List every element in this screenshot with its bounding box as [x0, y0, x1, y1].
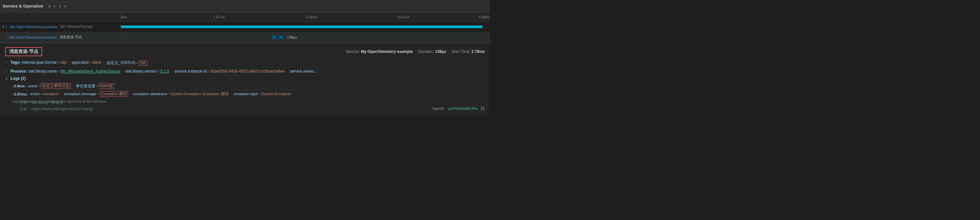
tick-3: 5.01ms [398, 15, 410, 19]
bar-label-2: 139μs [287, 35, 297, 39]
header-title: Service & Operation [3, 3, 43, 8]
meta-duration: Duration: 139μs [418, 49, 446, 54]
watermark-line2: 出处：https://www.cnblogs.com/Sol-wang/ [20, 106, 93, 112]
proc-3: service.instance.id = 3dae0266-9430-4202… [175, 69, 285, 73]
tag-2: span.kind = client [72, 60, 101, 65]
tags-row: › Tags: internal.span.format = otlp span… [5, 59, 485, 66]
chevron-right-icon[interactable]: › [53, 3, 57, 9]
process-section: › Process: otel.library.name = My_Messag… [5, 68, 485, 74]
tag-3: 自定义_STATUS = OK [107, 60, 147, 66]
bar-fill-1 [121, 26, 482, 28]
log2-expand[interactable]: › [12, 92, 13, 96]
proc-2: otel.library.version = 0.1.0 [126, 69, 169, 73]
log-entry-2: › 2.87ms: event = exception exception.me… [5, 90, 485, 98]
timeline-scale: 0μs 1.67ms 3.34ms 5.01ms 6.68ms [121, 13, 490, 21]
watermark-line1: 作者：Sol-wang - 博客园 [20, 100, 93, 106]
tags-section: › Tags: internal.span.format = otlp span… [5, 59, 485, 66]
log2-kv2: exception.message = Exception-测试 [64, 91, 128, 97]
service-name-2: My-OpenTelemetry-example [10, 35, 57, 39]
operation-name-2: 消息发送-节点 [59, 35, 82, 40]
tag-1: internal.span.format = otlp [22, 60, 66, 65]
process-expand[interactable]: › [5, 70, 9, 73]
chevron-double-right-icon[interactable]: » [58, 3, 62, 9]
trace-label-1: ∨ │ My-OpenTelemetry-example GET Weather… [0, 25, 121, 29]
detail-title: 消息发送-节点 [5, 47, 42, 56]
tick-1: 1.67ms [213, 15, 225, 19]
trace-bar-1 [121, 22, 490, 32]
expand-icon-2[interactable]: › [7, 35, 8, 39]
logs-expand[interactable]: ∨ [5, 77, 9, 81]
timeline-label-col [0, 13, 121, 21]
method-badge-1: GET WeatherForecast [60, 25, 92, 29]
proc-4: service.versio... [290, 69, 317, 73]
expand-icon-1[interactable]: ∨ [2, 25, 4, 29]
log2-kv4: exception.type = System.Exception [234, 92, 291, 96]
trace-row-1[interactable]: ∨ │ My-OpenTelemetry-example GET Weather… [0, 22, 490, 32]
service-name-1: My-OpenTelemetry-example [10, 25, 57, 29]
trace-row-2[interactable]: › My-OpenTelemetry-example 消息发送-节点 139μs [0, 32, 490, 43]
proc-1: otel.library.name = My_MessageSend_Activ… [29, 69, 120, 73]
spanid-value: ca7f32b09d0f187a [448, 107, 477, 110]
logs-section: ∨ Logs (2) › 2.8ms: event = 自定义事件日志 单次发送… [5, 76, 485, 103]
watermark: 作者：Sol-wang - 博客园 出处：https://www.cnblogs… [20, 100, 93, 112]
trace-rows-container: ∨ │ My-OpenTelemetry-example GET Weather… [0, 22, 490, 43]
log2-kv1: event = exception [30, 92, 59, 96]
tags-expand[interactable]: › [5, 61, 9, 64]
log2-kv3: exception.stacktrace = System.Exception:… [133, 91, 228, 96]
spanid-label: SpanID: [432, 107, 445, 110]
detail-panel: 作者：Sol-wang - 博客园 出处：https://www.cnblogs… [0, 43, 490, 115]
tick-4: 6.68ms [479, 15, 490, 19]
meta-start: Start Time: 2.79ms [452, 49, 485, 54]
log1-kv2: 单次发送量 = 5000笔 [76, 83, 114, 89]
external-link-icon[interactable]: ⛓ [480, 106, 485, 111]
process-row: › Process: otel.library.name = My_Messag… [5, 68, 485, 74]
header-icons: ∨ › » » [47, 3, 67, 9]
log1-expand[interactable]: › [12, 84, 13, 88]
detail-meta: Service: My-OpenTelemetry-example Durati… [345, 49, 485, 54]
trace-label-2: › My-OpenTelemetry-example 消息发送-节点 [0, 35, 121, 40]
timeline-header: 0μs 1.67ms 3.34ms 5.01ms 6.68ms [0, 13, 490, 22]
detail-header: 消息发送-节点 Service: My-OpenTelemetry-exampl… [5, 47, 485, 56]
log-entry-1: › 2.8ms: event = 自定义事件日志 单次发送量 = 5000笔 [5, 82, 485, 90]
main-container: Service & Operation ∨ › » » 0μs 1.67ms 3… [0, 0, 490, 115]
header-row: Service & Operation ∨ › » » [0, 0, 490, 13]
tick-2: 3.34ms [305, 15, 317, 19]
logs-header: ∨ Logs (2) [5, 76, 485, 81]
log1-kv1: event = 自定义事件日志 [28, 83, 71, 89]
tick-0: 0μs [121, 15, 127, 19]
meta-service: Service: My-OpenTelemetry-example [345, 49, 413, 54]
chevron-double-double-right-icon[interactable]: » [64, 3, 68, 9]
trace-bar-2: 139μs [121, 32, 490, 42]
chevron-down-icon[interactable]: ∨ [47, 3, 52, 9]
bar-fill-2 [272, 36, 283, 39]
